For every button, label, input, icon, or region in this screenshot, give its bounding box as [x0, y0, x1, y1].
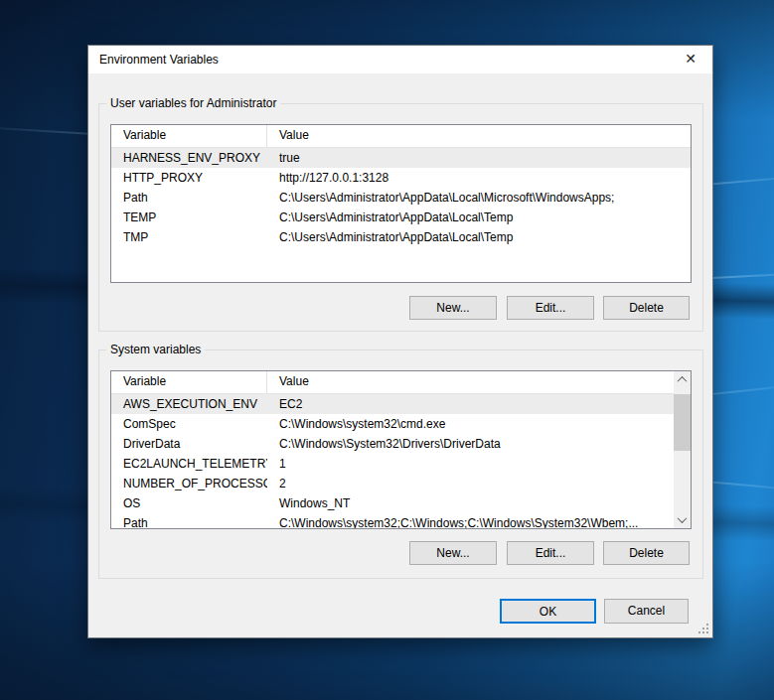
table-row[interactable]: Path C:\Users\Administrator\AppData\Loca… — [111, 188, 691, 208]
value-cell: C:\Users\Administrator\AppData\Local\Mic… — [267, 188, 691, 208]
table-body: HARNESS_ENV_PROXY true HTTP_PROXY http:/… — [111, 148, 691, 247]
chevron-down-icon — [678, 513, 688, 523]
value-cell: C:\Users\Administrator\AppData\Local\Tem… — [267, 208, 691, 227]
system-delete-button[interactable]: Delete — [603, 541, 690, 565]
close-icon[interactable]: ✕ — [669, 46, 712, 73]
scrollbar-thumb[interactable] — [674, 394, 691, 451]
variable-cell: HTTP_PROXY — [111, 168, 267, 188]
value-cell: 1 — [267, 454, 674, 474]
resize-grip-icon[interactable] — [698, 624, 709, 634]
value-cell: 2 — [267, 474, 674, 493]
value-cell: Windows_NT — [267, 493, 674, 513]
variable-cell: TEMP — [111, 208, 267, 227]
scroll-up-button[interactable] — [674, 371, 691, 388]
system-new-button[interactable]: New... — [409, 541, 497, 565]
table-row[interactable]: ComSpec C:\Windows\system32\cmd.exe — [111, 414, 674, 434]
user-variables-table[interactable]: Variable Value HARNESS_ENV_PROXY true HT… — [110, 124, 692, 283]
table-header: Variable Value — [111, 125, 691, 148]
table-row[interactable]: DriverData C:\Windows\System32\Drivers\D… — [111, 434, 674, 454]
vertical-scrollbar[interactable] — [674, 371, 691, 528]
scroll-down-button[interactable] — [674, 511, 691, 528]
value-cell: C:\Windows\System32\Drivers\DriverData — [267, 434, 674, 454]
ok-button[interactable]: OK — [500, 599, 596, 624]
column-header-variable[interactable]: Variable — [111, 371, 267, 393]
variable-cell: Path — [111, 513, 267, 528]
variable-cell: EC2LAUNCH_TELEMETRY — [111, 454, 267, 474]
table-row[interactable]: TMP C:\Users\Administrator\AppData\Local… — [111, 227, 691, 247]
table-row[interactable]: HTTP_PROXY http://127.0.0.1:3128 — [111, 168, 691, 188]
variable-cell: OS — [111, 493, 267, 513]
table-row[interactable]: TEMP C:\Users\Administrator\AppData\Loca… — [111, 208, 691, 227]
user-variables-group-label: User variables for Administrator — [106, 96, 280, 111]
table-row[interactable]: AWS_EXECUTION_ENV EC2 — [111, 394, 674, 414]
variable-cell: ComSpec — [111, 414, 267, 434]
column-header-value[interactable]: Value — [267, 371, 674, 393]
variable-cell: HARNESS_ENV_PROXY — [111, 148, 267, 168]
table-row[interactable]: OS Windows_NT — [111, 493, 674, 513]
table-row[interactable]: Path C:\Windows\system32;C:\Windows;C:\W… — [111, 513, 674, 528]
user-new-button[interactable]: New... — [409, 296, 497, 320]
user-delete-button[interactable]: Delete — [603, 296, 690, 320]
table-row[interactable]: NUMBER_OF_PROCESSORS 2 — [111, 474, 674, 493]
system-variables-table[interactable]: Variable Value AWS_EXECUTION_ENV EC2 Com… — [110, 370, 692, 529]
column-header-variable[interactable]: Variable — [111, 125, 267, 147]
variable-cell: NUMBER_OF_PROCESSORS — [111, 474, 267, 493]
environment-variables-dialog: Environment Variables ✕ User variables f… — [87, 45, 713, 638]
system-variables-group-label: System variables — [106, 343, 205, 357]
cancel-button[interactable]: Cancel — [604, 599, 689, 624]
user-edit-button[interactable]: Edit... — [507, 296, 594, 320]
title-bar[interactable]: Environment Variables ✕ — [88, 46, 712, 73]
value-cell: EC2 — [267, 394, 674, 414]
variable-cell: Path — [111, 188, 267, 208]
variable-cell: DriverData — [111, 434, 267, 454]
value-cell: C:\Windows\system32;C:\Windows;C:\Window… — [267, 513, 674, 528]
value-cell: http://127.0.0.1:3128 — [267, 168, 691, 188]
value-cell: true — [267, 148, 691, 168]
column-header-value[interactable]: Value — [267, 125, 691, 147]
table-body: AWS_EXECUTION_ENV EC2 ComSpec C:\Windows… — [111, 394, 674, 528]
variable-cell: AWS_EXECUTION_ENV — [111, 394, 267, 414]
system-edit-button[interactable]: Edit... — [507, 541, 594, 565]
table-row[interactable]: EC2LAUNCH_TELEMETRY 1 — [111, 454, 674, 474]
value-cell: C:\Windows\system32\cmd.exe — [267, 414, 674, 434]
chevron-up-icon — [678, 376, 688, 386]
value-cell: C:\Users\Administrator\AppData\Local\Tem… — [267, 227, 691, 247]
table-row[interactable]: HARNESS_ENV_PROXY true — [111, 148, 691, 168]
variable-cell: TMP — [111, 227, 267, 247]
dialog-title: Environment Variables — [99, 46, 219, 73]
table-header: Variable Value — [111, 371, 674, 394]
